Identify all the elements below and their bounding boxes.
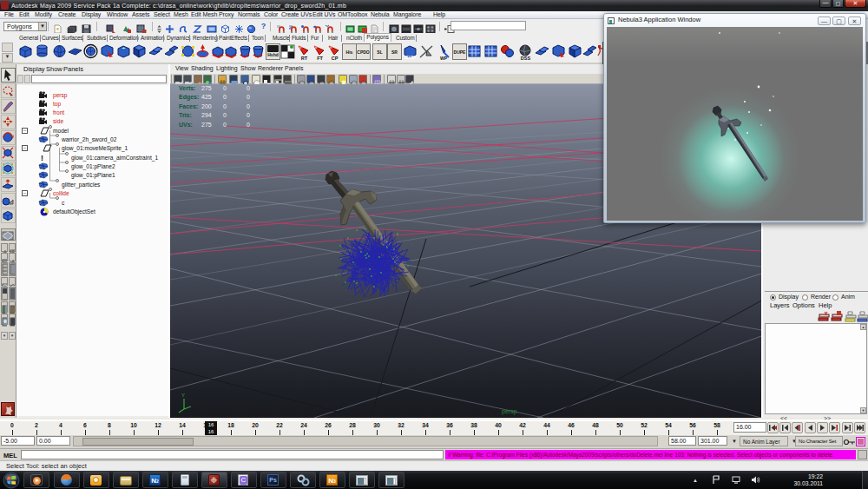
svg-text:Y: Y xyxy=(181,393,185,398)
svg-text:persp: persp xyxy=(502,408,517,415)
